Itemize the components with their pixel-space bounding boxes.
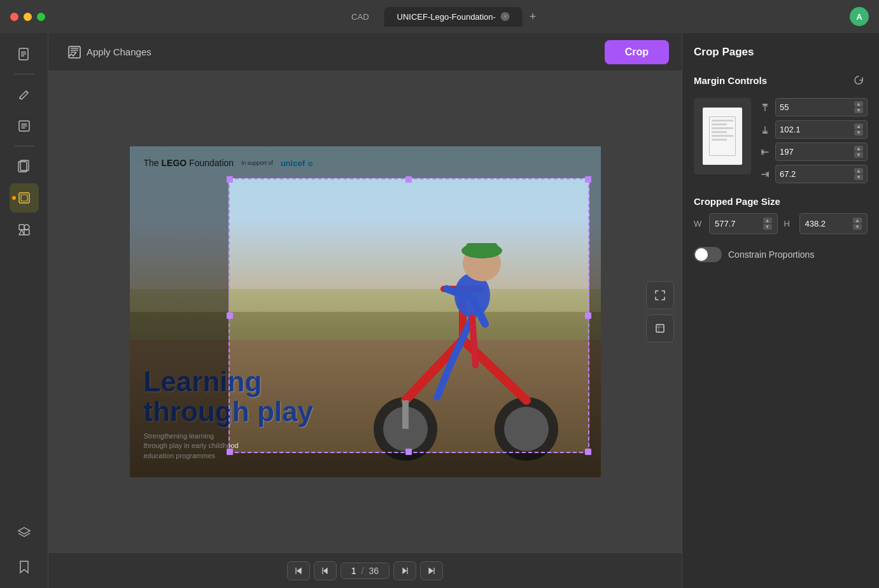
width-decrement[interactable]: ▼ <box>763 224 772 230</box>
height-spinners: ▲ ▼ <box>853 218 862 230</box>
margin-bottom-increment[interactable]: ▲ <box>854 123 863 129</box>
margin-controls-title: Margin Controls <box>694 75 767 86</box>
sidebar-item-layers[interactable] <box>10 518 39 547</box>
cropped-size-section: Cropped Page Size W 577.7 ▲ ▼ H 438.2 ▲ … <box>694 196 868 234</box>
tabs-area: CAD UNICEF-Lego-Foundation- × + <box>339 7 540 27</box>
margin-right-input[interactable]: 67.2 ▲ ▼ <box>775 165 868 183</box>
margin-line-4 <box>712 131 727 133</box>
canvas-tools <box>646 281 674 342</box>
tab-close-button[interactable]: × <box>501 12 510 21</box>
height-label: H <box>784 219 793 228</box>
apply-changes-label: Apply Changes <box>87 46 151 57</box>
margin-right-value: 67.2 <box>780 169 796 179</box>
tab-unicef[interactable]: UNICEF-Lego-Foundation- × <box>384 7 523 27</box>
margin-line-2 <box>712 123 727 125</box>
height-increment[interactable]: ▲ <box>853 218 862 223</box>
margin-bottom-decrement[interactable]: ▼ <box>854 130 863 136</box>
crop-dim-right <box>589 178 601 453</box>
tab-cad[interactable]: CAD <box>339 8 381 25</box>
size-row: W 577.7 ▲ ▼ H 438.2 ▲ ▼ <box>694 213 868 234</box>
first-page-button[interactable] <box>287 561 310 580</box>
apply-changes-button[interactable]: Apply Changes <box>61 41 158 63</box>
svg-rect-8 <box>21 195 27 201</box>
crop-dim-left <box>130 178 229 453</box>
last-page-button[interactable] <box>420 561 443 580</box>
margin-right-decrement[interactable]: ▼ <box>854 174 863 180</box>
margin-preview <box>694 98 751 174</box>
margin-inputs: 55 ▲ ▼ <box>759 98 868 183</box>
margin-bottom-value: 102.1 <box>780 125 801 134</box>
page-indicator: 1 / 36 <box>341 563 390 579</box>
margin-left-decrement[interactable]: ▼ <box>854 152 863 158</box>
margin-top-decrement[interactable]: ▼ <box>854 108 863 113</box>
crop-tool-button[interactable] <box>646 314 674 342</box>
margin-left-input[interactable]: 197 ▲ ▼ <box>775 143 868 161</box>
tab-label: UNICEF-Lego-Foundation- <box>397 12 496 22</box>
next-page-button[interactable] <box>393 561 416 580</box>
margin-top-increment[interactable]: ▲ <box>854 101 863 107</box>
width-value: 577.7 <box>715 219 736 228</box>
margin-page-preview <box>703 108 742 165</box>
minimize-button[interactable] <box>24 13 32 21</box>
sidebar-item-document[interactable] <box>10 39 39 69</box>
titlebar: CAD UNICEF-Lego-Foundation- × + A <box>0 0 879 33</box>
scooter-figure <box>348 213 577 461</box>
page-content: The LEGO Foundation in support of unicef… <box>130 146 601 477</box>
active-dot <box>12 196 16 200</box>
margin-right-icon <box>759 168 771 181</box>
margin-bottom-icon <box>759 123 771 136</box>
svg-rect-2 <box>21 53 26 55</box>
content-area: Apply Changes Crop <box>48 33 682 588</box>
margin-top-row: 55 ▲ ▼ <box>759 98 868 116</box>
toolbar: Apply Changes Crop <box>48 33 682 71</box>
close-button[interactable] <box>10 13 18 21</box>
margin-bottom-input[interactable]: 102.1 ▲ ▼ <box>775 120 868 139</box>
page-separator: / <box>362 566 364 576</box>
constrain-label: Constrain Proportions <box>728 249 814 260</box>
svg-rect-20 <box>466 243 498 256</box>
expand-tool-button[interactable] <box>646 281 674 309</box>
maximize-button[interactable] <box>37 13 45 21</box>
document-preview: The LEGO Foundation in support of unicef… <box>130 146 601 477</box>
margin-line-1 <box>712 120 733 122</box>
canvas-area: The LEGO Foundation in support of unicef… <box>48 71 682 552</box>
constrain-toggle[interactable] <box>694 247 722 262</box>
right-panel: Crop Pages Margin Controls <box>682 33 879 588</box>
main-layout: Apply Changes Crop <box>0 33 879 588</box>
width-input[interactable]: 577.7 ▲ ▼ <box>709 213 778 234</box>
margin-left-increment[interactable]: ▲ <box>854 146 863 151</box>
margin-right-increment[interactable]: ▲ <box>854 168 863 174</box>
sidebar-item-edit[interactable] <box>10 111 39 141</box>
margin-right-row: 67.2 ▲ ▼ <box>759 165 868 183</box>
margin-left-row: 197 ▲ ▼ <box>759 143 868 161</box>
crop-dim-bottom <box>130 453 601 477</box>
height-input[interactable]: 438.2 ▲ ▼ <box>799 213 868 234</box>
width-increment[interactable]: ▲ <box>763 218 772 223</box>
apply-icon <box>67 45 81 59</box>
margin-top-input[interactable]: 55 ▲ ▼ <box>775 98 868 116</box>
constrain-proportions-row: Constrain Proportions <box>694 247 868 262</box>
height-value: 438.2 <box>805 219 826 228</box>
margin-bottom-row: 102.1 ▲ ▼ <box>759 120 868 139</box>
prev-page-button[interactable] <box>314 561 337 580</box>
margin-line-3 <box>712 127 733 129</box>
current-page[interactable]: 1 <box>351 566 356 576</box>
sidebar-item-active[interactable] <box>10 183 39 213</box>
width-spinners: ▲ ▼ <box>763 218 772 230</box>
margin-inner <box>709 116 736 156</box>
toolbar-left: Apply Changes <box>61 41 158 63</box>
margin-reset-button[interactable] <box>850 71 868 89</box>
height-decrement[interactable]: ▼ <box>853 224 862 230</box>
crop-button[interactable]: Crop <box>605 40 669 64</box>
tab-add-button[interactable]: + <box>525 9 540 24</box>
sidebar-item-shapes[interactable] <box>10 215 39 244</box>
sidebar-item-bookmark[interactable] <box>10 552 39 582</box>
sidebar-item-pages[interactable] <box>10 151 39 181</box>
sidebar-item-annotate[interactable] <box>10 80 39 109</box>
crop-dim-top <box>130 146 601 178</box>
avatar: A <box>850 7 869 26</box>
sidebar-divider-2 <box>15 146 34 146</box>
margin-line-6 <box>712 139 727 141</box>
svg-rect-11 <box>24 225 29 230</box>
margin-controls: 55 ▲ ▼ <box>694 98 868 183</box>
